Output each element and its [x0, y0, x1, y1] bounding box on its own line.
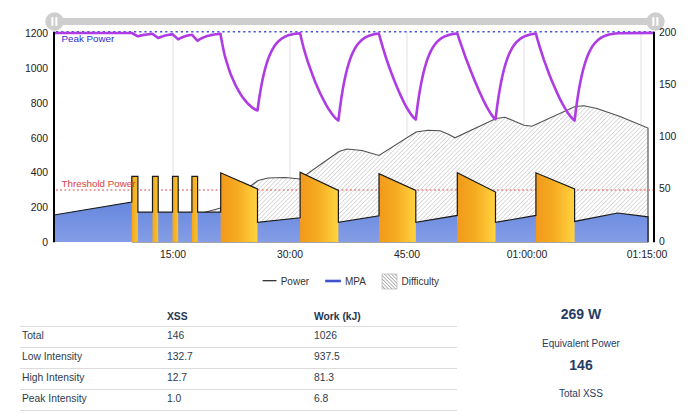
svg-text:0: 0 [42, 237, 48, 248]
svg-text:150: 150 [659, 79, 677, 90]
svg-text:45:00: 45:00 [394, 249, 420, 260]
svg-text:200: 200 [31, 202, 49, 213]
svg-text:01:00:00: 01:00:00 [507, 249, 548, 260]
svg-text:100: 100 [659, 131, 677, 142]
svg-text:30:00: 30:00 [277, 249, 303, 260]
svg-text:1200: 1200 [25, 28, 48, 39]
svg-text:50: 50 [659, 183, 671, 194]
svg-text:800: 800 [31, 98, 49, 109]
svg-text:Threshold Power: Threshold Power [62, 178, 137, 189]
svg-text:400: 400 [31, 167, 49, 178]
svg-text:Difficulty: Difficulty [402, 276, 440, 287]
svg-text:0: 0 [659, 236, 665, 247]
svg-text:200: 200 [659, 27, 677, 38]
svg-text:15:00: 15:00 [160, 249, 186, 260]
svg-text:Peak Power: Peak Power [62, 33, 116, 44]
svg-text:01:15:00: 01:15:00 [627, 249, 668, 260]
svg-text:600: 600 [31, 133, 49, 144]
svg-text:Power: Power [281, 276, 310, 287]
svg-text:1000: 1000 [25, 63, 48, 74]
svg-text:MPA: MPA [345, 276, 366, 287]
